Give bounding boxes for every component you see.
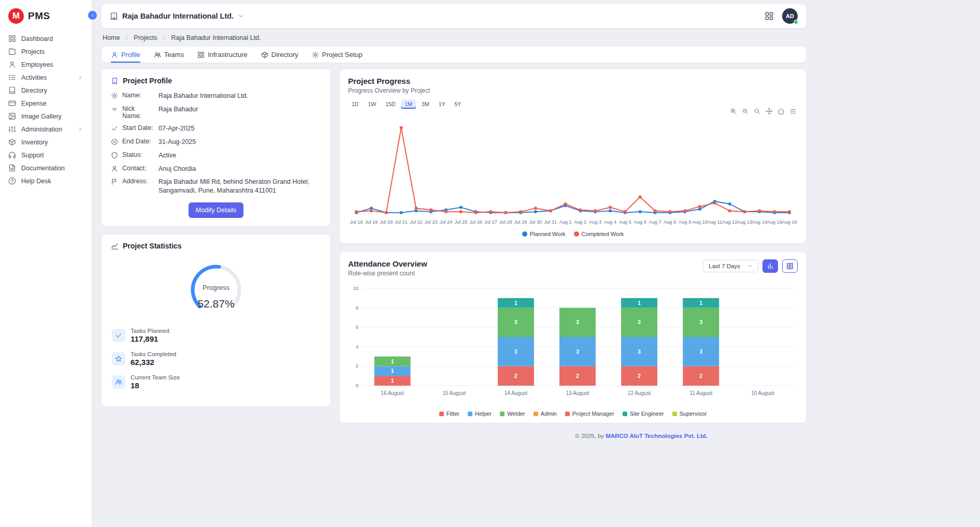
svg-text:1: 1 [638, 300, 641, 306]
range-button-3m[interactable]: 3M [418, 99, 433, 109]
range-button-1d[interactable]: 1D [348, 99, 362, 109]
svg-text:Aug 5: Aug 5 [619, 219, 631, 225]
tab-directory[interactable]: Directory [261, 47, 298, 63]
sidebar-item-expense[interactable]: Expense [0, 97, 92, 110]
svg-text:3: 3 [576, 349, 579, 355]
avatar[interactable]: AD [782, 8, 798, 24]
tab-profile[interactable]: Profile [111, 47, 140, 63]
selection-zoom-icon[interactable] [754, 108, 761, 115]
tab-label: Project Setup [322, 51, 363, 58]
sidebar-item-inventory[interactable]: Inventory [0, 136, 92, 149]
field-value: Anuj Chordia [158, 165, 321, 173]
range-button-5y[interactable]: 5Y [451, 99, 465, 109]
sidebar-item-dashboard[interactable]: Dashboard [0, 32, 92, 45]
range-button-1m[interactable]: 1M [401, 99, 416, 109]
svg-text:6: 6 [356, 325, 358, 330]
range-button-1w[interactable]: 1W [364, 99, 380, 109]
stat-value: 18 [131, 381, 180, 390]
svg-text:Jul 19: Jul 19 [365, 219, 378, 225]
profile-field-address: Address:Raja Bahadur Mill Rd, behind She… [111, 178, 321, 195]
bar-view-toggle[interactable] [762, 259, 778, 273]
svg-text:Aug 8: Aug 8 [664, 219, 676, 225]
company-selector[interactable]: Raja Bahadur International Ltd. [110, 12, 244, 20]
svg-text:Aug 11: Aug 11 [708, 219, 723, 225]
legend-project-manager[interactable]: Project Manager [565, 411, 614, 417]
breadcrumb-item-projects[interactable]: Projects [134, 34, 157, 41]
line-chart-legend: Planned WorkCompleted Work [348, 231, 798, 237]
sidebar-item-image-gallery[interactable]: Image Gallery [0, 110, 92, 123]
legend-label: Planned Work [530, 231, 566, 237]
sidebar-item-documentation[interactable]: Documentation [0, 162, 92, 174]
legend-welder[interactable]: Welder [500, 411, 525, 417]
sidebar-item-administration[interactable]: Administration [0, 123, 92, 136]
svg-text:3: 3 [700, 349, 703, 355]
top-header: Raja Bahadur International Ltd. AD [102, 4, 806, 28]
svg-text:Aug 3: Aug 3 [589, 219, 601, 225]
legend-fitter[interactable]: Fitter [439, 411, 459, 417]
breadcrumb-item-raja-bahadur-international-ltd[interactable]: Raja Bahadur International Ltd. [171, 34, 261, 41]
image-icon [8, 112, 16, 120]
legend-supervisor[interactable]: Supervisor [672, 411, 707, 417]
apps-grid-icon[interactable] [765, 11, 774, 21]
bar-chart-icon [767, 262, 774, 270]
tab-teams[interactable]: Teams [154, 47, 184, 63]
legend-swatch [522, 231, 527, 237]
range-button-15d[interactable]: 15D [382, 99, 399, 109]
date-range-select[interactable]: Last 7 Days [703, 260, 758, 272]
legend-admin[interactable]: Admin [534, 411, 557, 417]
legend-label: Helper [475, 411, 492, 417]
svg-text:1: 1 [514, 300, 517, 306]
legend-helper[interactable]: Helper [468, 411, 492, 417]
attendance-chart[interactable]: 024681011116 August15 August233114 Augus… [348, 284, 798, 407]
sidebar-item-label: Employees [21, 61, 83, 68]
svg-text:Aug 6: Aug 6 [634, 219, 646, 225]
svg-text:Jul 20: Jul 20 [380, 219, 393, 225]
main-content: Raja Bahadur International Ltd. AD HomeP… [92, 0, 806, 439]
sidebar-item-activities[interactable]: Activities [0, 71, 92, 84]
svg-text:Aug 15: Aug 15 [767, 219, 782, 225]
breadcrumb-item-home[interactable]: Home [103, 34, 120, 41]
legend-label: Project Manager [572, 411, 614, 417]
stat-text: Tasks Completed62,332 [131, 351, 176, 367]
tab-bar: ProfileTeamsInfrastructureDirectoryProje… [102, 47, 806, 63]
sidebar-item-employees[interactable]: Employees [0, 58, 92, 71]
sidebar-item-support[interactable]: Support [0, 149, 92, 162]
legend-site-engineer[interactable]: Site Engineer [623, 411, 664, 417]
sidebar-item-directory[interactable]: Directory [0, 84, 92, 97]
svg-text:2: 2 [356, 363, 358, 369]
svg-text:Jul 22: Jul 22 [410, 219, 423, 225]
legend-planned-work[interactable]: Planned Work [522, 231, 566, 237]
list-icon [8, 74, 16, 81]
sidebar-item-label: Directory [21, 87, 83, 94]
avatar-initials: AD [786, 13, 794, 19]
sidebar-item-projects[interactable]: Projects [0, 45, 92, 58]
table-icon [786, 262, 794, 270]
sidebar-item-help-desk[interactable]: Help Desk [0, 174, 92, 187]
field-label: End Date: [122, 138, 154, 145]
svg-text:13 August: 13 August [566, 390, 589, 396]
tab-infrastructure[interactable]: Infrastructure [197, 47, 248, 63]
svg-text:10 August: 10 August [751, 390, 774, 396]
zoom-in-icon[interactable] [730, 108, 737, 115]
tab-project-setup[interactable]: Project Setup [312, 47, 363, 63]
legend-label: Fitter [446, 411, 459, 417]
range-button-1y[interactable]: 1Y [435, 99, 449, 109]
stat-tasks-planned: Tasks Planned117,891 [111, 328, 321, 343]
menu-icon[interactable] [789, 108, 797, 115]
footer-company-link[interactable]: MARCO AIoT Technologies Pvt. Ltd. [606, 433, 708, 439]
field-value: 07-Apr-2025 [158, 124, 321, 133]
sidebar-collapse-button[interactable]: ‹ [88, 11, 97, 20]
svg-text:Jul 21: Jul 21 [395, 219, 408, 225]
chart-subtitle: Role-wise present count [348, 270, 427, 277]
content-row: Project Profile Name:Raja Bahadur Intern… [102, 69, 806, 439]
table-view-toggle[interactable] [782, 259, 798, 273]
svg-text:1: 1 [391, 368, 394, 374]
zoom-out-icon[interactable] [742, 108, 749, 115]
flag-icon [111, 178, 118, 185]
legend-completed-work[interactable]: Completed Work [574, 231, 624, 237]
svg-text:Jul 25: Jul 25 [454, 219, 467, 225]
project-progress-chart[interactable]: Jul 18Jul 19Jul 20Jul 21Jul 22Jul 23Jul … [348, 112, 798, 228]
modify-details-button[interactable]: Modify Details [189, 202, 244, 218]
pan-icon[interactable] [766, 108, 773, 115]
home-icon[interactable] [777, 108, 785, 115]
